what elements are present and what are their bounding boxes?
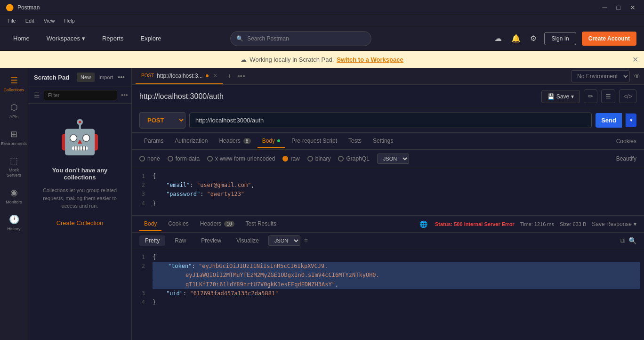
resp-tab-body[interactable]: Body [139,218,161,231]
minimize-button[interactable]: ─ [600,3,610,12]
sidebar-item-apis[interactable]: ⬡ APIs [2,98,26,123]
request-body-content[interactable]: { "email": "user@gmail.com", "password":… [149,168,644,212]
response-body-content: 1 2 3 4 { "token": "eyJhbGciOiJIUzI1NiIs… [132,249,644,340]
response-format-select[interactable]: JSON [268,235,300,246]
resp-tab-headers[interactable]: Headers 10 [195,218,239,231]
format-pretty[interactable]: Pretty [139,235,165,246]
tab-authorization[interactable]: Authorization [170,135,212,148]
environments-icon: ⊞ [10,129,17,139]
copy-response-button[interactable]: ⧉ [620,237,625,245]
radio-dot-graphql [338,156,344,162]
save-button[interactable]: 💾 Save ▾ [541,90,580,103]
url-input[interactable] [189,113,592,128]
request-title: http://localhost:3000/auth [139,92,541,101]
radio-raw[interactable]: raw [282,155,299,162]
close-banner-button[interactable]: ✕ [632,55,638,64]
radio-binary[interactable]: binary [307,155,331,162]
left-panel: Scratch Pad New Import ••• ☰ ••• 🤖 You d… [28,68,132,340]
menu-help[interactable]: Help [60,17,79,24]
send-button[interactable]: Send [596,113,622,128]
menu-file[interactable]: File [4,17,20,24]
radio-graphql[interactable]: GraphQL [338,155,369,162]
request-tab[interactable]: POST http://localhost:3... ✕ [136,68,223,84]
resp-tab-test-results[interactable]: Test Results [241,218,281,231]
left-panel-header: Scratch Pad New Import ••• [28,68,131,87]
more-options-button[interactable]: ••• [117,73,126,82]
scratch-pad-banner: ☁ Working locally in Scratch Pad. Switch… [0,51,644,68]
format-raw[interactable]: Raw [169,235,192,246]
maximize-button[interactable]: □ [614,3,623,12]
add-tab-button[interactable]: + [225,71,233,81]
url-bar: http://localhost:3000/auth 💾 Save ▾ ✏ ☰ … [132,85,644,108]
sidebar-item-monitors[interactable]: ◉ Monitors [2,184,26,209]
resp-tab-cookies[interactable]: Cookies [163,218,193,231]
docs-button[interactable]: ☰ [601,89,615,103]
cookies-link[interactable]: Cookies [616,138,636,145]
edit-button[interactable]: ✏ [584,89,597,103]
bell-button[interactable]: 🔔 [509,32,523,45]
format-visualize[interactable]: Visualize [231,235,265,246]
new-collection-button[interactable]: New [77,73,95,82]
radio-urlencoded[interactable]: x-www-form-urlencoded [207,155,275,162]
nav-explore[interactable]: Explore [135,32,167,45]
tab-settings[interactable]: Settings [368,135,398,148]
save-response-button[interactable]: Save Response ▾ [592,221,636,227]
tab-tests[interactable]: Tests [344,135,366,148]
response-size: Size: 633 B [560,221,586,227]
close-button[interactable]: ✕ [627,3,638,12]
radio-form-data[interactable]: form-data [168,155,200,162]
response-status: Status: 500 Internal Server Error [435,221,515,227]
history-icon: 🕐 [9,214,19,225]
environment-select[interactable]: No Environment [571,70,630,82]
nav-home[interactable]: Home [8,32,35,45]
tab-close-button[interactable]: ✕ [213,73,217,78]
banner-message: Working locally in Scratch Pad. [250,56,334,63]
word-wrap-button[interactable]: ≡ [304,237,308,244]
beautify-button[interactable]: Beautify [616,155,636,162]
nav-reports[interactable]: Reports [97,32,129,45]
search-placeholder: Search Postman [247,35,289,42]
filter-button[interactable]: ☰ [34,91,40,99]
tab-headers[interactable]: Headers 8 [214,135,255,148]
tab-params[interactable]: Params [139,135,168,148]
sidebar-item-history[interactable]: 🕐 History [2,210,26,235]
tab-body[interactable]: Body [258,135,285,148]
body-options: none form-data x-www-form-urlencoded raw… [132,150,644,168]
nav-workspaces[interactable]: Workspaces ▾ [41,32,91,45]
method-select[interactable]: POST GET PUT DELETE [139,112,185,129]
sidebar-item-mock-servers[interactable]: ⬚ Mock Servers [2,152,26,182]
format-preview[interactable]: Preview [195,235,227,246]
sidebar-item-environments[interactable]: ⊞ Environments [2,125,26,150]
switch-to-workspace-link[interactable]: Switch to a Workspace [337,56,403,63]
import-button[interactable]: Import [97,73,114,82]
search-response-button[interactable]: 🔍 [628,237,636,245]
radio-none[interactable]: none [139,155,160,162]
save-dropdown-arrow[interactable]: ▾ [571,93,574,100]
sign-in-button[interactable]: Sign In [544,32,576,45]
tab-pre-request[interactable]: Pre-request Script [287,135,342,148]
scratch-pad-title: Scratch Pad [34,74,69,81]
top-nav: Home Workspaces ▾ Reports Explore 🔍 Sear… [0,26,644,51]
settings-button[interactable]: ⚙ [528,32,539,45]
body-format-select[interactable]: JSON Text XML [377,154,409,164]
menu-edit[interactable]: Edit [22,17,38,24]
cloud-button[interactable]: ☁ [492,32,504,45]
code-button[interactable]: </> [619,89,636,103]
response-code-lines: { "token": "eyJhbGciOiJIUzI1NiIsInR5cCI6… [149,249,644,311]
response-tabs: Body Cookies Headers 10 Test Results 🌐 S… [132,216,644,233]
more-tabs-button[interactable]: ••• [235,71,247,81]
eye-button[interactable]: 👁 [634,73,640,80]
filter-input[interactable] [44,90,117,100]
menu-view[interactable]: View [40,17,59,24]
sidebar-item-collections[interactable]: ☰ Collections [2,72,26,97]
radio-dot-none [139,156,145,162]
search-icon: 🔍 [236,35,243,42]
request-bar: POST GET PUT DELETE Send ▾ [132,108,644,133]
send-dropdown-button[interactable]: ▾ [626,113,636,127]
globe-button[interactable]: 🌐 [419,220,427,228]
create-collection-button[interactable]: Create Collection [56,219,104,227]
create-account-button[interactable]: Create Account [582,32,636,46]
search-bar[interactable]: 🔍 Search Postman [230,31,371,46]
more-collections-button[interactable]: ••• [121,91,128,99]
request-body-editor[interactable]: 1 2 3 4 { "email": "user@gmail.com", "pa… [132,168,644,215]
